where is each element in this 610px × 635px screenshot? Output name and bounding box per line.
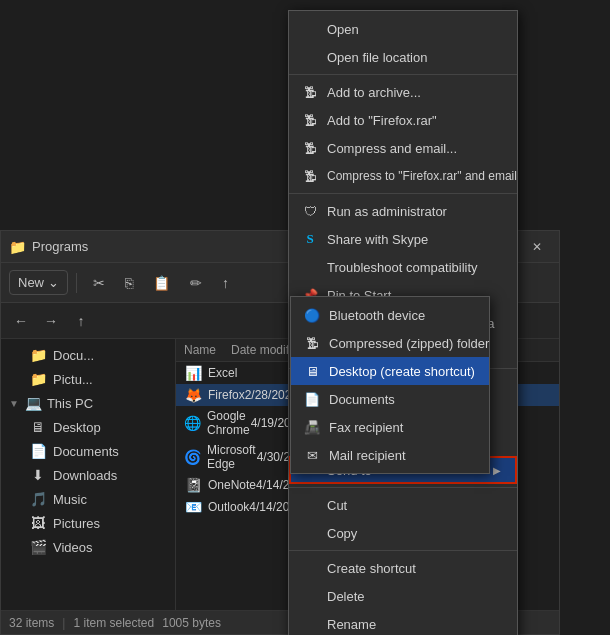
share-button[interactable]: ↑ <box>214 271 237 295</box>
edge-icon: 🌀 <box>184 449 201 465</box>
file-name-cell: 🌐 Google Chrome <box>184 409 251 437</box>
cm-delete-label: Delete <box>327 589 365 604</box>
rename-icon: ✏ <box>190 275 202 291</box>
cm-open-location[interactable]: Open file location <box>289 43 517 71</box>
close-button[interactable]: ✕ <box>523 233 551 261</box>
cm-compress-email-label: Compress and email... <box>327 141 457 156</box>
forward-button[interactable]: → <box>39 309 63 333</box>
cm-cut[interactable]: Cut <box>289 491 517 519</box>
cm-add-archive-label: Add to archive... <box>327 85 421 100</box>
back-button[interactable]: ← <box>9 309 33 333</box>
file-name-cell: 🌀 Microsoft Edge <box>184 443 257 471</box>
cm-add-firefox-rar[interactable]: 🗜 Add to "Firefox.rar" <box>289 106 517 134</box>
chrome-icon: 🌐 <box>184 415 201 431</box>
file-name: Outlook <box>208 500 249 514</box>
sendto-documents-label: Documents <box>329 392 395 407</box>
rename-button[interactable]: ✏ <box>182 271 210 295</box>
copy-button[interactable]: ⎘ <box>117 271 141 295</box>
compress-firefox-icon: 🗜 <box>301 167 319 185</box>
cm-sep1 <box>289 74 517 75</box>
sidebar-pictures2-label: Pictures <box>53 516 100 531</box>
sidebar-item-downloads[interactable]: ⬇ Downloads <box>1 463 175 487</box>
cm-create-shortcut-label: Create shortcut <box>327 561 416 576</box>
sidebar-item-music[interactable]: 🎵 Music <box>1 487 175 511</box>
status-size: 1005 bytes <box>162 616 221 630</box>
documents-sendto-icon: 📄 <box>303 390 321 408</box>
shortcut-icon <box>301 559 319 577</box>
pictures-icon: 📁 <box>29 371 47 387</box>
cm-share-skype-label: Share with Skype <box>327 232 428 247</box>
sidebar-desktop-label: Desktop <box>53 420 101 435</box>
bluetooth-icon: 🔵 <box>303 306 321 324</box>
status-selected: 1 item selected <box>73 616 154 630</box>
paste-icon: 📋 <box>153 275 170 291</box>
cm-rename[interactable]: Rename <box>289 610 517 635</box>
sidebar-item-documents[interactable]: 📁 Docu... <box>1 343 175 367</box>
compress-email-icon: 🗜 <box>301 139 319 157</box>
sendto-fax[interactable]: 📠 Fax recipient <box>291 413 489 441</box>
up-button[interactable]: ↑ <box>69 309 93 333</box>
cm-cut-label: Cut <box>327 498 347 513</box>
new-label: New <box>18 275 44 290</box>
title-bar-left: 📁 Programs <box>9 239 88 255</box>
location-icon <box>301 48 319 66</box>
sendto-documents[interactable]: 📄 Documents <box>291 385 489 413</box>
rename-cm-icon <box>301 615 319 633</box>
cm-share-skype[interactable]: S Share with Skype <box>289 225 517 253</box>
file-name: Google Chrome <box>207 409 251 437</box>
window-folder-icon: 📁 <box>9 239 26 255</box>
sidebar-item-videos[interactable]: 🎬 Videos <box>1 535 175 559</box>
sidebar-item-documents2[interactable]: 📄 Documents <box>1 439 175 463</box>
sidebar-item-pictures2[interactable]: 🖼 Pictures <box>1 511 175 535</box>
cm-sep5 <box>289 550 517 551</box>
cm-compress-firefox-label: Compress to "Firefox.rar" and email <box>327 169 517 183</box>
sendto-bluetooth[interactable]: 🔵 Bluetooth device <box>291 301 489 329</box>
open-icon <box>301 20 319 38</box>
documents2-icon: 📄 <box>29 443 47 459</box>
file-name: Microsoft Edge <box>207 443 257 471</box>
cm-add-archive[interactable]: 🗜 Add to archive... <box>289 78 517 106</box>
rar-icon: 🗜 <box>301 111 319 129</box>
desktop-icon: 🖥 <box>29 419 47 435</box>
cm-run-admin[interactable]: 🛡 Run as administrator <box>289 197 517 225</box>
onenote-icon: 📓 <box>184 477 202 493</box>
sendto-zipped[interactable]: 🗜 Compressed (zipped) folder <box>291 329 489 357</box>
col-name: Name <box>184 343 231 357</box>
sidebar-thispc-label: This PC <box>47 396 93 411</box>
thispc-icon: 💻 <box>25 395 43 411</box>
sendto-bluetooth-label: Bluetooth device <box>329 308 425 323</box>
sendto-mail[interactable]: ✉ Mail recipient <box>291 441 489 469</box>
status-count: 32 items <box>9 616 54 630</box>
cm-create-shortcut[interactable]: Create shortcut <box>289 554 517 582</box>
music-icon: 🎵 <box>29 491 47 507</box>
cm-troubleshoot[interactable]: Troubleshoot compatibility <box>289 253 517 281</box>
cm-copy[interactable]: Copy <box>289 519 517 547</box>
expand-icon: ▼ <box>9 398 19 409</box>
new-button[interactable]: New ⌄ <box>9 270 68 295</box>
sidebar: 📁 Docu... 📁 Pictu... ▼ 💻 This PC 🖥 Deskt… <box>1 339 176 610</box>
sendto-mail-label: Mail recipient <box>329 448 406 463</box>
cm-open-location-label: Open file location <box>327 50 427 65</box>
sendto-fax-label: Fax recipient <box>329 420 403 435</box>
cm-compress-email[interactable]: 🗜 Compress and email... <box>289 134 517 162</box>
skype-icon: S <box>301 230 319 248</box>
sidebar-item-desktop[interactable]: 🖥 Desktop <box>1 415 175 439</box>
share-icon: ↑ <box>222 275 229 291</box>
sidebar-item-thispc[interactable]: ▼ 💻 This PC <box>1 391 175 415</box>
sendto-desktop[interactable]: 🖥 Desktop (create shortcut) <box>291 357 489 385</box>
cm-sep4 <box>289 487 517 488</box>
videos-icon: 🎬 <box>29 539 47 555</box>
file-name-cell: 📊 Excel <box>184 365 237 381</box>
cm-delete[interactable]: Delete <box>289 582 517 610</box>
sendto-zipped-label: Compressed (zipped) folder <box>329 336 489 351</box>
sidebar-videos-label: Videos <box>53 540 93 555</box>
file-name: OneNote <box>208 478 256 492</box>
cm-add-firefox-rar-label: Add to "Firefox.rar" <box>327 113 437 128</box>
paste-button[interactable]: 📋 <box>145 271 178 295</box>
cut-button[interactable]: ✂ <box>85 271 113 295</box>
sendto-desktop-label: Desktop (create shortcut) <box>329 364 475 379</box>
cm-open[interactable]: Open <box>289 15 517 43</box>
fax-icon: 📠 <box>303 418 321 436</box>
sidebar-item-pictures[interactable]: 📁 Pictu... <box>1 367 175 391</box>
cm-compress-firefox-email[interactable]: 🗜 Compress to "Firefox.rar" and email <box>289 162 517 190</box>
